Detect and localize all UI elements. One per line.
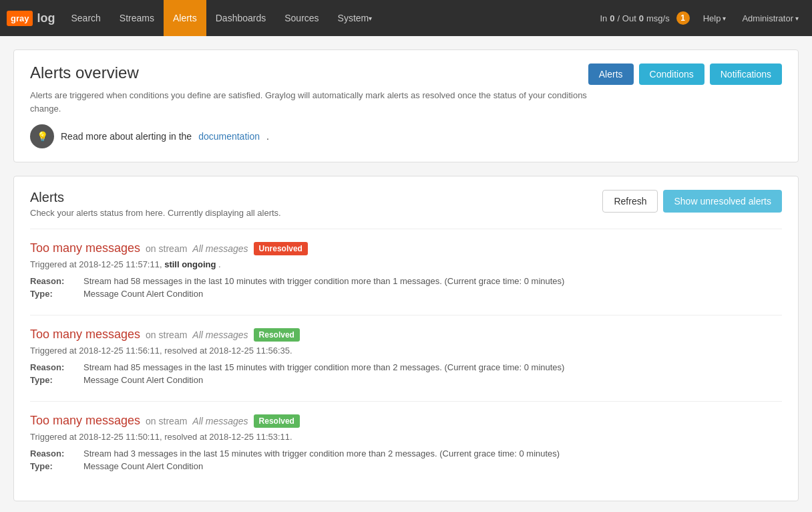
triggered-prefix: Triggered at 2018-12-25 11:57:11,	[30, 259, 162, 269]
alert-title-row: Too many messages on stream All messages…	[30, 328, 782, 342]
type-value: Message Count Alert Condition	[83, 375, 203, 385]
type-label: Type:	[30, 461, 83, 471]
alert-title-row: Too many messages on stream All messages…	[30, 414, 782, 428]
alert-stream-label: on stream	[146, 416, 187, 426]
alert-badge-resolved: Resolved	[254, 414, 300, 428]
alert-triggered-text: Triggered at 2018-12-25 11:56:11, resolv…	[30, 346, 782, 356]
alert-reason-row: Reason: Stream had 3 messages in the las…	[30, 449, 782, 459]
logo-box: gray	[7, 11, 33, 26]
alert-stream-name: All messages	[192, 416, 248, 426]
alert-title-row: Too many messages on stream All messages…	[30, 241, 782, 255]
reason-label: Reason:	[30, 276, 83, 286]
alert-type-row: Type: Message Count Alert Condition	[30, 289, 782, 299]
stats-unit: msg/s	[646, 13, 670, 23]
alerts-section: Alerts Check your alerts status from her…	[13, 176, 799, 501]
nav-system[interactable]: System	[329, 0, 382, 36]
info-card: Alerts overview Alerts are triggered whe…	[13, 49, 799, 162]
lightbulb-icon: 💡	[37, 131, 48, 142]
nav-streams[interactable]: Streams	[110, 0, 164, 36]
alert-item: Too many messages on stream All messages…	[30, 315, 782, 401]
alert-triggered-text: Triggered at 2018-12-25 11:57:11, still …	[30, 259, 782, 269]
admin-dropdown-arrow: ▾	[795, 15, 799, 22]
alert-badge-resolved: Resolved	[254, 328, 300, 342]
notifications-tab-button[interactable]: Notifications	[710, 63, 782, 85]
main-content: Alerts overview Alerts are triggered whe…	[0, 36, 812, 512]
notification-badge: 1	[676, 11, 690, 25]
alert-title-link[interactable]: Too many messages	[30, 328, 140, 342]
ongoing-suffix: .	[218, 259, 221, 269]
type-label: Type:	[30, 375, 83, 385]
documentation-link[interactable]: documentation	[198, 131, 260, 142]
stats-in-value: 0	[610, 13, 614, 23]
alert-stream-name: All messages	[192, 330, 248, 340]
alert-triggered-text: Triggered at 2018-12-25 11:50:11, resolv…	[30, 432, 782, 442]
alert-item: Too many messages on stream All messages…	[30, 229, 782, 315]
page-title: Alerts overview	[30, 63, 588, 82]
alert-type-row: Type: Message Count Alert Condition	[30, 461, 782, 471]
logo-text: log	[37, 11, 55, 25]
refresh-button[interactable]: Refresh	[602, 190, 658, 213]
reason-label: Reason:	[30, 362, 83, 372]
type-label: Type:	[30, 289, 83, 299]
info-card-link-row: 💡 Read more about alerting in the docume…	[30, 124, 588, 148]
alert-meta: Reason: Stream had 58 messages in the la…	[30, 276, 782, 299]
help-menu[interactable]: Help ▾	[696, 0, 733, 36]
stats-in-label: In	[600, 13, 608, 23]
ongoing-text: still ongoing	[164, 259, 216, 269]
help-label: Help	[703, 13, 721, 23]
alert-reason-row: Reason: Stream had 58 messages in the la…	[30, 276, 782, 286]
alert-title-link[interactable]: Too many messages	[30, 241, 140, 255]
alert-type-row: Type: Message Count Alert Condition	[30, 375, 782, 385]
alerts-title: Alerts	[30, 190, 281, 205]
stats-separator: / Out	[618, 13, 636, 23]
reason-value: Stream had 58 messages in the last 10 mi…	[83, 276, 564, 286]
page-description: Alerts are triggered when conditions you…	[30, 89, 588, 115]
admin-label: Administrator	[742, 13, 793, 23]
alert-title-link[interactable]: Too many messages	[30, 414, 140, 428]
reason-value: Stream had 3 messages in the last 15 min…	[83, 449, 560, 459]
alerts-header-right: Refresh Show unresolved alerts	[602, 190, 782, 213]
alert-stream-label: on stream	[146, 330, 187, 340]
reason-label: Reason:	[30, 449, 83, 459]
info-icon: 💡	[30, 124, 54, 148]
nav-right: In 0 / Out 0 msg/s 1 Help ▾ Administrato…	[600, 0, 806, 36]
nav-alerts[interactable]: Alerts	[164, 0, 206, 36]
alert-reason-row: Reason: Stream had 85 messages in the la…	[30, 362, 782, 372]
admin-menu[interactable]: Administrator ▾	[735, 0, 805, 36]
help-dropdown-arrow: ▾	[723, 15, 726, 22]
alert-stream-label: on stream	[146, 243, 187, 254]
alerts-header: Alerts Check your alerts status from her…	[30, 190, 782, 218]
alerts-header-left: Alerts Check your alerts status from her…	[30, 190, 281, 218]
show-unresolved-button[interactable]: Show unresolved alerts	[663, 190, 782, 213]
stats-out-value: 0	[639, 13, 644, 23]
logo-abbr: gray	[11, 13, 29, 23]
nav-dashboards[interactable]: Dashboards	[206, 0, 276, 36]
nav-sources[interactable]: Sources	[275, 0, 328, 36]
alert-badge-unresolved: Unresolved	[254, 242, 308, 255]
triggered-text: Triggered at 2018-12-25 11:56:11, resolv…	[30, 346, 292, 356]
triggered-text: Triggered at 2018-12-25 11:50:11, resolv…	[30, 432, 292, 442]
info-card-left: Alerts overview Alerts are triggered whe…	[30, 63, 588, 148]
type-value: Message Count Alert Condition	[83, 289, 203, 299]
alert-stream-name: All messages	[192, 243, 248, 254]
alerts-tab-button[interactable]: Alerts	[588, 63, 634, 85]
info-card-buttons: Alerts Conditions Notifications	[588, 63, 782, 85]
alerts-subtitle: Check your alerts status from here. Curr…	[30, 208, 281, 218]
link-prefix-text: Read more about alerting in the	[61, 131, 192, 142]
alert-item: Too many messages on stream All messages…	[30, 401, 782, 487]
brand: gray log	[7, 11, 55, 26]
navbar: gray log Search Streams Alerts Dashboard…	[0, 0, 812, 36]
alert-meta: Reason: Stream had 3 messages in the las…	[30, 449, 782, 471]
nav-search[interactable]: Search	[61, 0, 110, 36]
type-value: Message Count Alert Condition	[83, 461, 203, 471]
nav-links: Search Streams Alerts Dashboards Sources…	[61, 0, 600, 36]
alert-meta: Reason: Stream had 85 messages in the la…	[30, 362, 782, 385]
reason-value: Stream had 85 messages in the last 15 mi…	[83, 362, 564, 372]
link-suffix: .	[266, 131, 269, 142]
conditions-tab-button[interactable]: Conditions	[639, 63, 704, 85]
